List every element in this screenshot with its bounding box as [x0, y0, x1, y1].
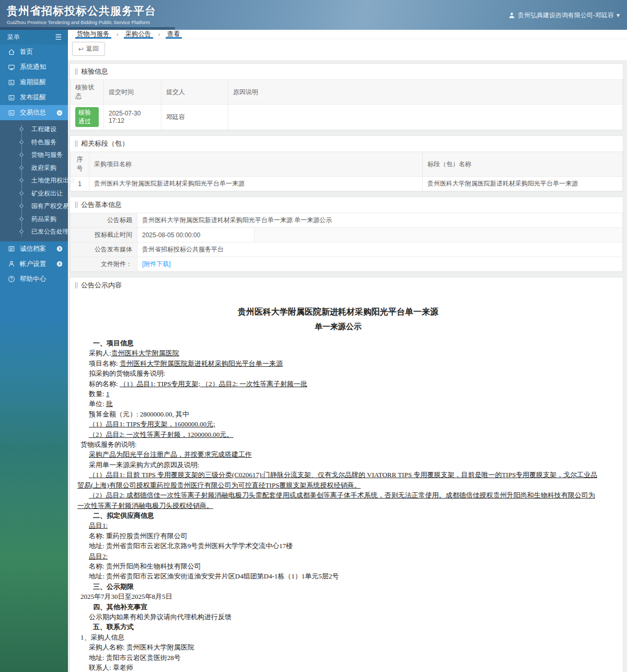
content: 核验信息 核验状态 提交时间 提交人 原因说明 核验通过 2025-07-30 …: [68, 60, 627, 672]
empty-cell: [254, 228, 623, 242]
back-button[interactable]: ↩ 返回: [72, 42, 105, 56]
sidebar-item-engineering[interactable]: 工程建设: [0, 123, 68, 136]
table-row: 1 贵州医科大学附属医院新进耗材采购阳光平台单一来源 贵州医科大学附属医院新进耗…: [71, 177, 623, 191]
sidebar: 菜单 ☰ 首页 系统通知 逾期提醒 发布提醒 交易信息 工程建设 特色服务 货物…: [0, 30, 68, 672]
table-row: 公告发布媒体 贵州省招标投标公共服务平台: [71, 242, 623, 257]
notice-content-panel: 公告公示内容 贵州医科大学附属医院新进耗材采购阳光平台单一来源 单一来源公示 一…: [69, 277, 623, 672]
trade-submenu: 工程建设 特色服务 货物与服务 政府采购 土地使用权出让 矿业权出让 国有产权交…: [0, 120, 68, 241]
doc-line: 地址: 贵州省贵阳市云岩区渔安街道渔安安井片区D4组团第D4-1栋（1）1单元5…: [77, 571, 599, 581]
chevron-down-circle-icon: [56, 110, 63, 116]
main-area: 货物与服务 › 采购公告 › 查看 ↩ 返回 核验信息 核验状态: [68, 30, 627, 672]
doc-line: 品目1:: [77, 520, 599, 530]
question-circle-icon: [8, 275, 15, 283]
verify-panel: 核验信息 核验状态 提交时间 提交人 原因说明 核验通过 2025-07-30 …: [69, 63, 623, 131]
sidebar-item-label: 发布提醒: [20, 93, 46, 102]
lots-panel: 相关标段（包） 序号 采购项目名称 标段（包）名称 1 贵州医科大学附属医院新进…: [69, 135, 623, 192]
col-header: 标段（包）名称: [423, 152, 623, 177]
col-header: 提交时间: [104, 80, 161, 105]
hamburger-icon[interactable]: ☰: [55, 33, 62, 41]
sidebar-item-label: 交易信息: [20, 108, 46, 117]
basic-info-table: 公告标题 贵州医科大学附属医院新进耗材采购阳光平台单一来源 单一来源公示 投标截…: [70, 213, 623, 272]
doc-line: 地址: 贵阳市云岩区贵医街28号: [77, 653, 599, 663]
basic-info-panel-header: 公告基本信息: [70, 197, 623, 213]
col-header: 采购项目名称: [89, 152, 423, 177]
lots-table: 序号 采购项目名称 标段（包）名称 1 贵州医科大学附属医院新进耗材采购阳光平台…: [70, 152, 623, 191]
back-icon: ↩: [78, 45, 84, 53]
publish-media-value: 贵州省招标投标公共服务平台: [137, 242, 623, 257]
notice-title-value: 贵州医科大学附属医院新进耗材采购阳光平台单一来源 单一来源公示: [137, 213, 623, 228]
doc-line: 名称: 贵州升阳尚和生物科技有限公司: [77, 561, 599, 571]
submitter-cell: 邓廷容: [161, 105, 228, 130]
breadcrumb-procurement-notice[interactable]: 采购公告: [124, 30, 153, 39]
field-label: 投标截止时间: [71, 228, 137, 242]
sidebar-item-account-settings[interactable]: 帐户设置: [0, 257, 68, 272]
sidebar-item-land-use[interactable]: 土地使用权出让: [0, 174, 68, 187]
sidebar-item-label: 帮助中心: [20, 275, 46, 284]
section-title: 公告基本信息: [81, 200, 122, 210]
user-name: 贵州弘典建设咨询有限公司-邓廷容: [518, 10, 614, 19]
sidebar-item-gov-procurement[interactable]: 政府采购: [0, 161, 68, 175]
table-row: 投标截止时间 2025-08-05 00:00:00: [71, 228, 623, 242]
user-menu[interactable]: 贵州弘典建设咨询有限公司-邓廷容 ▾: [508, 10, 620, 19]
sidebar-item-drug-procurement[interactable]: 药品采购: [0, 213, 68, 226]
sidebar-item-published-notices[interactable]: 已发公告处理: [0, 225, 68, 238]
document-icon: [8, 79, 15, 86]
document-subtitle: 单一来源公示: [77, 322, 599, 332]
sidebar-item-label: 首页: [20, 48, 33, 56]
doc-line: 项目名称: 贵州医科大学附属医院新进耗材采购阳光平台单一来源: [77, 358, 599, 368]
verify-panel-header: 核验信息: [70, 64, 623, 79]
doc-heading: 三、公示期限: [77, 582, 599, 592]
sidebar-item-publish-reminder[interactable]: 发布提醒: [0, 90, 68, 105]
app-title: 贵州省招标投标公共服务平台: [7, 4, 156, 18]
field-label: 文件附件：: [71, 257, 137, 272]
chevron-right-circle-icon: [56, 246, 63, 252]
sidebar-item-overdue-reminder[interactable]: 逾期提醒: [0, 75, 68, 90]
doc-line: 联系人: 章老师: [77, 663, 599, 672]
field-label: 公告标题: [71, 213, 137, 228]
doc-line: 采购人名称: 贵州医科大学附属医院: [77, 642, 599, 652]
sidebar-item-label: 诚信档案: [20, 245, 46, 253]
document-icon: [8, 94, 15, 101]
breadcrumb: 货物与服务 › 采购公告 › 查看: [68, 30, 627, 39]
doc-line: 预算金额（元）: 2800000.00, 其中: [77, 409, 599, 419]
breadcrumb-goods-services[interactable]: 货物与服务: [75, 30, 111, 39]
document-icon: [8, 109, 15, 117]
sidebar-item-mining-rights[interactable]: 矿业权出让: [0, 187, 68, 200]
sidebar-item-goods-services[interactable]: 货物与服务: [0, 148, 68, 161]
table-row: 文件附件： [附件下载]: [71, 257, 623, 272]
sidebar-item-state-property[interactable]: 国有产权交易: [0, 200, 68, 213]
verify-status-cell: 核验通过: [71, 105, 104, 130]
sidebar-item-credit-archive[interactable]: 诚信档案: [0, 241, 68, 257]
doc-line: 标的名称: （1）品目1: TIPS专用支架; （2）品目2: 一次性等离子射频…: [77, 379, 599, 389]
section-marker-icon: [75, 282, 77, 288]
doc-line: 数量: 1: [77, 389, 599, 399]
section-title: 核验信息: [81, 67, 108, 76]
verify-table: 核验状态 提交时间 提交人 原因说明 核验通过 2025-07-30 17:12…: [70, 79, 623, 130]
breadcrumb-view[interactable]: 查看: [166, 30, 182, 39]
doc-line: 名称: 重药控股贵州医疗有限公司: [77, 531, 599, 541]
table-row: 公告标题 贵州医科大学附属医院新进耗材采购阳光平台单一来源 单一来源公示: [71, 213, 623, 228]
project-name-cell: 贵州医科大学附属医院新进耗材采购阳光平台单一来源: [89, 177, 423, 191]
attachment-download-link[interactable]: [附件下载]: [142, 260, 171, 268]
attachment-cell: [附件下载]: [137, 257, 623, 272]
doc-line: 采购人:贵州医科大学附属医院: [77, 348, 599, 358]
section-title: 公告公示内容: [81, 281, 122, 290]
sidebar-item-notifications[interactable]: 系统通知: [0, 60, 68, 75]
col-header: 序号: [71, 152, 89, 177]
notice-panel-header: 公告公示内容: [70, 277, 623, 293]
sidebar-item-help-center[interactable]: 帮助中心: [0, 272, 68, 287]
sidebar-item-trade-info[interactable]: 交易信息: [0, 105, 68, 120]
menu-label: 菜单: [7, 33, 20, 42]
list-icon: [8, 245, 15, 252]
document-title: 贵州医科大学附属医院新进耗材采购阳光平台单一来源: [77, 307, 599, 318]
sidebar-item-label: 系统通知: [20, 63, 46, 72]
back-button-label: 返回: [86, 44, 99, 53]
doc-paragraph: （2）品目2: 成都德倍佳一次性等离子射频消融电极刀头需配套使用或成都美创等离子…: [77, 490, 599, 511]
sidebar-item-special-services[interactable]: 特色服务: [0, 136, 68, 149]
sidebar-item-label: 帐户设置: [20, 260, 46, 269]
section-marker-icon: [75, 202, 77, 208]
field-label: 公告发布媒体: [71, 242, 137, 257]
lot-name-cell: 贵州医科大学附属医院新进耗材采购阳光平台单一来源: [423, 177, 623, 191]
notice-document: 贵州医科大学附属医院新进耗材采购阳光平台单一来源 单一来源公示 一、项目信息 采…: [70, 293, 623, 672]
sidebar-item-home[interactable]: 首页: [0, 44, 68, 60]
